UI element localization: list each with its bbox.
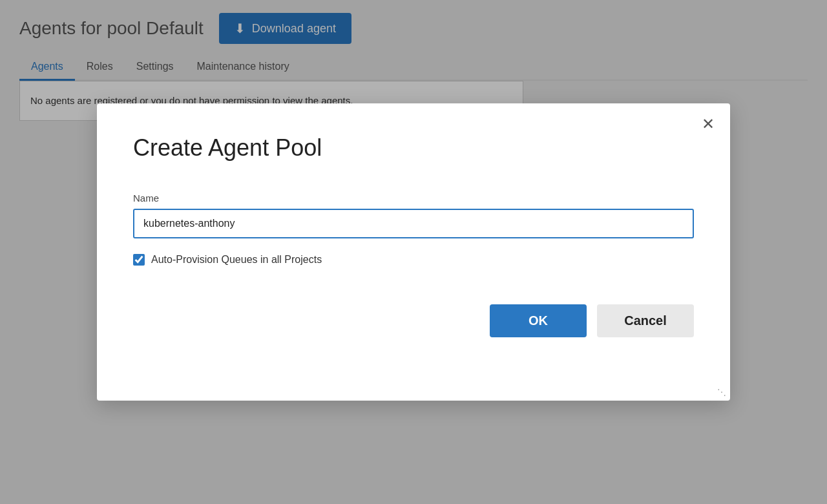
modal-actions: OK Cancel xyxy=(133,304,694,337)
name-label: Name xyxy=(133,193,694,204)
modal-overlay: ✕ Create Agent Pool Name Auto-Provision … xyxy=(0,0,827,504)
ok-button[interactable]: OK xyxy=(490,304,587,337)
auto-provision-row: Auto-Provision Queues in all Projects xyxy=(133,254,694,266)
resize-handle[interactable]: ⋱ xyxy=(717,388,726,397)
modal-title: Create Agent Pool xyxy=(133,134,694,162)
cancel-button[interactable]: Cancel xyxy=(597,304,694,337)
name-form-group: Name xyxy=(133,193,694,238)
create-agent-pool-modal: ✕ Create Agent Pool Name Auto-Provision … xyxy=(97,103,730,401)
name-input[interactable] xyxy=(133,209,694,238)
auto-provision-label: Auto-Provision Queues in all Projects xyxy=(151,254,322,266)
modal-close-button[interactable]: ✕ xyxy=(702,116,715,132)
auto-provision-checkbox[interactable] xyxy=(133,254,145,266)
